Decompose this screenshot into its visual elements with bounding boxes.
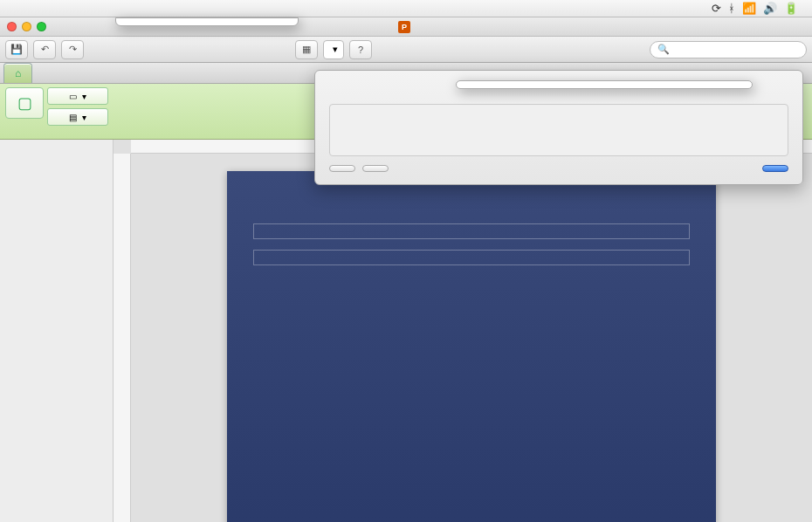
- options-button[interactable]: [329, 165, 355, 172]
- sync-icon[interactable]: ⟳: [712, 2, 721, 15]
- ribbon-tab-home[interactable]: [3, 63, 32, 83]
- zoom-window-button[interactable]: [37, 22, 46, 31]
- toolbox-button[interactable]: ▦: [295, 40, 318, 59]
- slide-subtitle-placeholder[interactable]: [253, 250, 690, 265]
- wifi-icon[interactable]: 📶: [742, 2, 756, 15]
- save-toolbar-button[interactable]: 💾: [5, 40, 28, 59]
- slide-canvas[interactable]: [227, 171, 716, 522]
- layout-button[interactable]: ▭▾: [47, 87, 108, 105]
- search-icon: 🔍: [657, 44, 670, 55]
- undo-toolbar-button[interactable]: ↶: [33, 40, 56, 59]
- chevron-down-icon: ▾: [333, 44, 338, 55]
- save-button[interactable]: [762, 165, 788, 172]
- slide-stage: [114, 140, 812, 522]
- quick-access-toolbar: 💾 ↶ ↷ ▦ ▾ ? 🔍: [0, 37, 812, 63]
- format-description-box: [329, 104, 788, 156]
- section-button[interactable]: ▤▾: [47, 108, 108, 126]
- slide-title-placeholder[interactable]: [253, 223, 690, 239]
- minimize-window-button[interactable]: [22, 22, 31, 31]
- new-slide-button[interactable]: ▢: [5, 87, 44, 119]
- main-area: [0, 140, 812, 522]
- slide-thumbnail-panel: [0, 140, 114, 522]
- ribbon-tab-themes[interactable]: [32, 75, 55, 83]
- mac-menubar: ⟳ ᚼ 📶 🔊 🔋: [0, 0, 812, 17]
- zoom-select[interactable]: ▾: [323, 40, 344, 59]
- redo-toolbar-button[interactable]: ↷: [61, 40, 84, 59]
- file-menu-dropdown: [115, 17, 299, 26]
- powerpoint-file-icon: P: [398, 21, 410, 33]
- document-title: P: [398, 21, 414, 33]
- help-toolbar-button[interactable]: ?: [349, 40, 372, 59]
- close-window-button[interactable]: [7, 22, 17, 31]
- bluetooth-icon[interactable]: ᚼ: [728, 2, 735, 15]
- volume-icon[interactable]: 🔊: [763, 2, 777, 15]
- format-dropdown: [456, 80, 753, 89]
- search-in-presentation[interactable]: 🔍: [650, 41, 807, 58]
- vertical-ruler: [114, 154, 131, 522]
- battery-icon[interactable]: 🔋: [784, 2, 798, 15]
- compatibility-button[interactable]: [362, 165, 389, 172]
